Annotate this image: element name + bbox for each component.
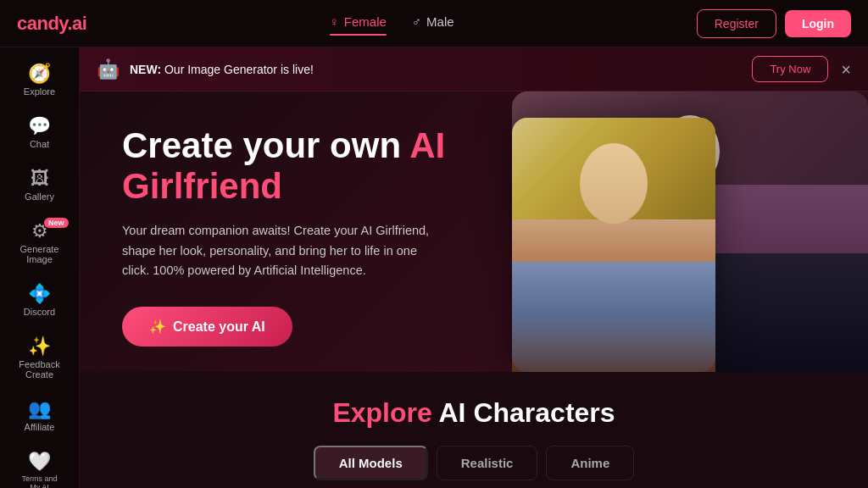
feedback-icon: ✨ <box>28 337 51 356</box>
sidebar: 🧭 Explore 💬 Chat 🖼 Gallery New ⚙ Generat… <box>0 47 80 488</box>
sidebar-label-explore: Explore <box>24 86 55 97</box>
logo-text: candy. <box>17 13 72 34</box>
announcement-banner: 🤖 NEW: Our Image Generator is live! Try … <box>80 47 868 92</box>
nav-tab-male[interactable]: ♂ Male <box>412 14 454 32</box>
create-ai-button[interactable]: ✨ Create your AI <box>122 307 292 347</box>
sidebar-label-generate-image: GenerateImage <box>20 244 59 264</box>
sidebar-label-feedback: FeedbackCreate <box>19 359 59 380</box>
banner-robot-icon: 🤖 <box>97 58 120 80</box>
explore-title-highlight: Explore <box>332 397 431 428</box>
sidebar-label-gallery: Gallery <box>25 191 54 202</box>
hero-title-line1: Create your own <box>122 125 401 165</box>
logo[interactable]: candy.ai <box>17 13 86 35</box>
chat-icon: 💬 <box>28 117 51 136</box>
close-banner-button[interactable]: × <box>841 61 851 78</box>
gallery-icon: 🖼 <box>31 169 49 188</box>
male-icon: ♂ <box>412 14 421 29</box>
sidebar-label-terms: Terms andMy AIPolicy <box>21 474 57 488</box>
explore-title-rest: AI Characters <box>432 397 615 428</box>
hero-section: Create your own AI Girlfriend Your dream… <box>80 92 868 372</box>
explore-icon: 🧭 <box>28 64 51 83</box>
banner-body: Our Image Generator is live! <box>161 63 314 76</box>
logo-accent: ai <box>72 13 86 34</box>
header-actions: Register Login <box>697 9 851 38</box>
new-badge: New <box>44 218 69 228</box>
hero-title: Create your own AI Girlfriend <box>122 125 546 208</box>
explore-section: Explore AI Characters All Models Realist… <box>80 372 868 488</box>
male-label: Male <box>426 14 454 29</box>
affiliate-icon: 👥 <box>28 400 51 419</box>
main-nav: ♀ Female ♂ Male <box>330 14 454 32</box>
login-button[interactable]: Login <box>785 10 851 37</box>
hero-content: Create your own AI Girlfriend Your dream… <box>122 125 546 347</box>
tab-anime[interactable]: Anime <box>546 446 634 480</box>
sidebar-label-discord: Discord <box>24 307 55 317</box>
sidebar-item-explore[interactable]: 🧭 Explore <box>7 56 73 105</box>
sidebar-label-affiliate: Affiliate <box>25 422 55 432</box>
header: candy.ai ♀ Female ♂ Male Register Login <box>0 0 868 47</box>
hero-title-line2: Girlfriend <box>122 166 282 206</box>
nav-tab-female[interactable]: ♀ Female <box>330 14 387 32</box>
create-ai-icon: ✨ <box>149 319 166 335</box>
explore-tabs: All Models Realistic Anime <box>97 446 851 480</box>
banner-text: NEW: Our Image Generator is live! <box>130 63 314 76</box>
sidebar-item-chat[interactable]: 💬 Chat <box>7 108 73 158</box>
banner-left: 🤖 NEW: Our Image Generator is live! <box>97 58 314 80</box>
discord-icon: 💠 <box>28 285 51 303</box>
tab-realistic[interactable]: Realistic <box>437 446 538 480</box>
explore-title: Explore AI Characters <box>97 397 851 429</box>
tab-all-models[interactable]: All Models <box>314 446 428 480</box>
sidebar-item-affiliate[interactable]: 👥 Affiliate <box>7 391 73 441</box>
content-area: 🤖 NEW: Our Image Generator is live! Try … <box>80 47 868 488</box>
try-now-button[interactable]: Try Now <box>752 56 828 82</box>
banner-strong: NEW: <box>130 63 161 76</box>
sidebar-item-gallery[interactable]: 🖼 Gallery <box>7 161 73 210</box>
register-button[interactable]: Register <box>697 9 776 38</box>
sidebar-label-chat: Chat <box>30 139 49 149</box>
female-label: Female <box>344 14 387 29</box>
create-ai-label: Create your AI <box>173 319 265 335</box>
hero-description: Your dream companion awaits! Create your… <box>122 221 444 282</box>
sidebar-item-feedback-create[interactable]: ✨ FeedbackCreate <box>7 329 73 388</box>
female-icon: ♀ <box>330 14 339 29</box>
main-layout: 🧭 Explore 💬 Chat 🖼 Gallery New ⚙ Generat… <box>0 47 868 488</box>
sidebar-item-discord[interactable]: 💠 Discord <box>7 276 73 325</box>
terms-icon: 🤍 <box>28 452 51 471</box>
sidebar-item-terms[interactable]: 🤍 Terms andMy AIPolicy <box>7 444 73 488</box>
hero-images <box>461 92 868 372</box>
sidebar-item-generate-image[interactable]: New ⚙ GenerateImage <box>7 214 73 273</box>
hero-title-highlight: AI <box>409 125 445 165</box>
banner-right: Try Now × <box>752 56 851 82</box>
